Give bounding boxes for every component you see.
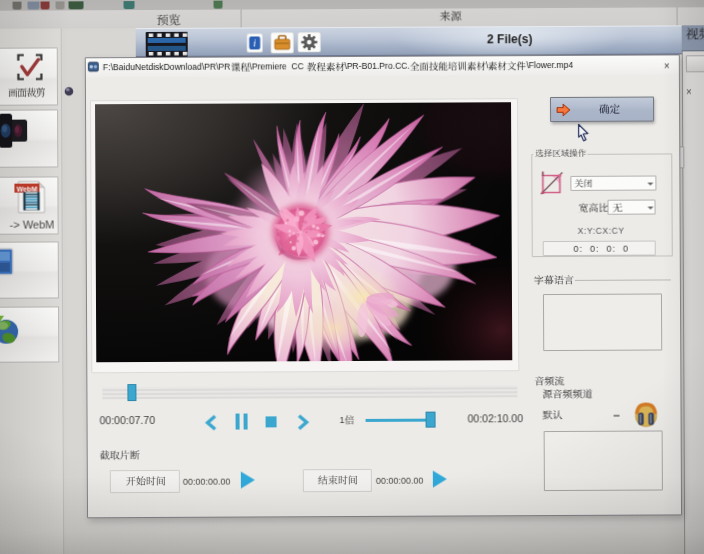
svg-text:WebM: WebM — [17, 185, 38, 192]
svg-text:i: i — [253, 37, 256, 48]
